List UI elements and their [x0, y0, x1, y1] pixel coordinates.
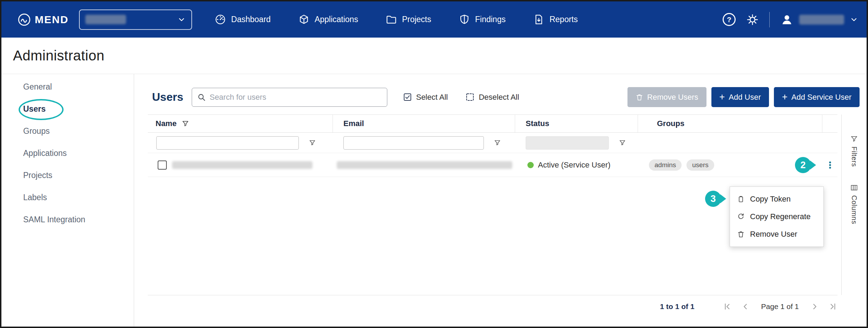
- users-toolbar: Users Select All: [148, 87, 860, 107]
- applications-icon: [298, 14, 310, 25]
- organization-dropdown[interactable]: [79, 9, 192, 30]
- dashed-square-icon: [465, 92, 475, 102]
- sidebar-item-label: Users: [23, 104, 46, 114]
- nav-item-findings[interactable]: Findings: [459, 14, 506, 25]
- columns-icon: [850, 184, 858, 192]
- select-all-label: Select All: [416, 93, 448, 102]
- projects-icon: [386, 14, 397, 25]
- menu-item-label: Copy Token: [750, 195, 791, 204]
- menu-item-copy-token[interactable]: Copy Token: [730, 190, 823, 208]
- plus-icon: +: [782, 92, 788, 103]
- plus-icon: +: [719, 92, 725, 103]
- nav-item-projects[interactable]: Projects: [386, 14, 431, 25]
- menu-item-label: Remove User: [750, 230, 797, 239]
- row-checkbox[interactable]: [158, 160, 167, 170]
- nav-item-applications[interactable]: Applications: [298, 14, 358, 25]
- sidebar-item-label: SAML Integration: [23, 215, 85, 224]
- email-filter-funnel-icon[interactable]: [494, 139, 501, 146]
- group-badge: users: [686, 159, 714, 171]
- first-page-icon[interactable]: [723, 302, 732, 311]
- sidebar-item-labels[interactable]: Labels: [1, 186, 134, 209]
- chevron-down-icon: [850, 15, 858, 24]
- status-active-dot: [527, 162, 534, 168]
- sidebar-item-label: Groups: [23, 126, 50, 136]
- sidebar-item-applications[interactable]: Applications: [1, 142, 134, 164]
- add-user-button[interactable]: + Add User: [711, 87, 769, 107]
- trash-icon: [737, 230, 745, 238]
- pagination-page-label: Page 1 of 1: [761, 302, 799, 311]
- column-header-status[interactable]: Status: [526, 119, 549, 128]
- user-name-redacted: [172, 161, 313, 169]
- status-filter-funnel-icon[interactable]: [619, 139, 626, 146]
- brand-name: MEND: [35, 14, 68, 26]
- clipboard-icon: [737, 195, 745, 203]
- sidebar-item-projects[interactable]: Projects: [1, 164, 134, 186]
- nav-item-dashboard[interactable]: Dashboard: [215, 14, 271, 25]
- table-header-row: Name Email Status Groups: [148, 114, 837, 133]
- user-avatar-icon: [780, 13, 794, 26]
- deselect-all-label: Deselect All: [479, 93, 519, 102]
- checkbox-checked-icon: [403, 92, 412, 102]
- findings-icon: [459, 14, 470, 25]
- status-text: Active (Service User): [538, 160, 611, 170]
- menu-item-remove-user[interactable]: Remove User: [730, 225, 823, 243]
- select-all-button[interactable]: Select All: [403, 92, 448, 102]
- sidebar-item-label: Labels: [23, 193, 47, 202]
- step-3-marker: 3: [705, 191, 721, 207]
- last-page-icon[interactable]: [828, 302, 837, 311]
- pagination: 1 to 1 of 1 Page 1 of 1: [148, 295, 837, 317]
- previous-page-icon[interactable]: [741, 302, 750, 311]
- username-redacted: [799, 15, 844, 25]
- user-row: Active (Service User) admins users: [148, 153, 837, 177]
- next-page-icon[interactable]: [810, 302, 819, 311]
- column-header-email[interactable]: Email: [343, 119, 364, 128]
- deselect-all-button[interactable]: Deselect All: [465, 92, 519, 102]
- sidebar-item-label: Projects: [23, 171, 52, 180]
- email-filter-input[interactable]: [343, 136, 484, 150]
- gear-icon[interactable]: [746, 13, 759, 26]
- help-icon[interactable]: ?: [723, 13, 736, 26]
- search-input[interactable]: [210, 93, 382, 102]
- columns-tab[interactable]: Columns: [850, 184, 858, 224]
- admin-sidebar: General Users Groups Applications Projec…: [1, 74, 134, 327]
- row-actions-kebab-icon[interactable]: [826, 160, 835, 170]
- reports-icon: [533, 14, 545, 25]
- step-2-arrow: [810, 160, 816, 170]
- step-3-arrow: [720, 194, 726, 203]
- remove-users-label: Remove Users: [647, 93, 698, 102]
- filters-tab-label: Filters: [850, 146, 858, 167]
- column-header-name[interactable]: Name: [156, 119, 177, 128]
- filters-tab[interactable]: Filters: [850, 135, 858, 167]
- users-table: Name Email Status Groups: [148, 114, 837, 177]
- page-title: Administration: [13, 48, 104, 64]
- sidebar-item-users[interactable]: Users: [1, 98, 134, 120]
- menu-item-copy-regenerate[interactable]: Copy Regenerate: [730, 208, 823, 225]
- sidebar-item-groups[interactable]: Groups: [1, 120, 134, 142]
- navbar-divider: [769, 12, 770, 27]
- users-section-title: Users: [152, 91, 183, 104]
- menu-item-label: Copy Regenerate: [750, 212, 810, 221]
- columns-tab-label: Columns: [850, 195, 858, 224]
- step-3-number: 3: [710, 193, 716, 204]
- sidebar-item-general[interactable]: General: [1, 76, 134, 98]
- column-header-groups[interactable]: Groups: [657, 119, 684, 128]
- sidebar-item-label: Applications: [23, 149, 67, 158]
- trash-icon: [636, 93, 643, 101]
- name-filter-input[interactable]: [156, 136, 299, 150]
- user-account-menu[interactable]: [780, 13, 858, 26]
- name-filter-funnel-icon[interactable]: [309, 139, 316, 146]
- name-filter-icon[interactable]: [182, 120, 189, 127]
- add-service-user-button[interactable]: + Add Service User: [774, 87, 860, 107]
- nav-label: Projects: [402, 15, 431, 24]
- mend-logo-icon: [18, 13, 31, 26]
- status-filter-input[interactable]: [526, 136, 609, 150]
- app-window: MEND Dashboard Appli: [0, 0, 868, 328]
- chevron-down-icon: [177, 15, 186, 24]
- sidebar-item-saml-integration[interactable]: SAML Integration: [1, 209, 134, 231]
- remove-users-button[interactable]: Remove Users: [627, 87, 706, 107]
- nav-label: Findings: [475, 15, 506, 24]
- nav-item-reports[interactable]: Reports: [533, 14, 578, 25]
- search-users-box[interactable]: [192, 88, 387, 107]
- regenerate-icon: [737, 213, 745, 221]
- mend-logo[interactable]: MEND: [18, 13, 68, 26]
